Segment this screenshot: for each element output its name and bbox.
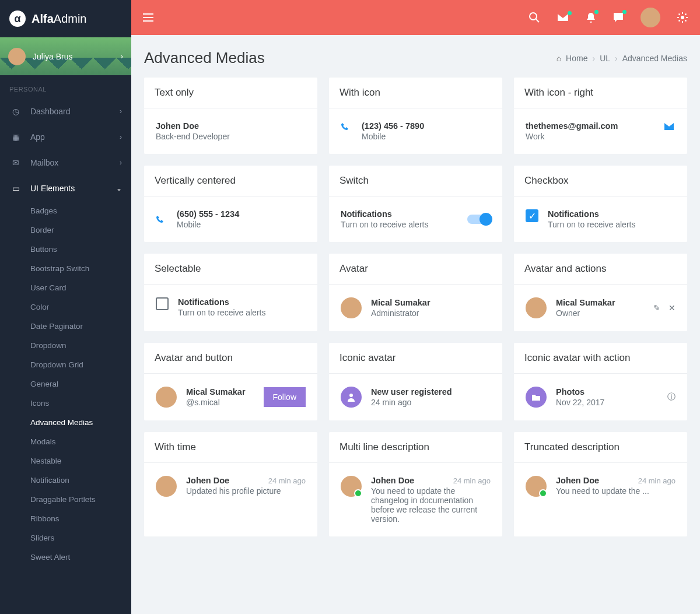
sub-ribbons[interactable]: Ribbons bbox=[0, 509, 131, 528]
time-label: 24 min ago bbox=[453, 476, 491, 485]
gear-icon[interactable] bbox=[677, 12, 688, 23]
svg-point-0 bbox=[530, 13, 537, 20]
sub-nestable[interactable]: Nestable bbox=[0, 451, 131, 471]
event-desc: You need to update the changelog in docu… bbox=[371, 486, 491, 524]
sub-draggable-portlets[interactable]: Draggable Portlets bbox=[0, 490, 131, 509]
avatar bbox=[156, 476, 177, 497]
sub-buttons[interactable]: Buttons bbox=[0, 240, 131, 259]
topbar-avatar[interactable] bbox=[640, 8, 660, 27]
checkbox[interactable]: ✓ bbox=[526, 209, 538, 222]
sub-sliders[interactable]: Sliders bbox=[0, 528, 131, 548]
card-avatar-actions: Avatar and actions Mical Sumakar Owner ✎… bbox=[514, 254, 687, 331]
sub-notification[interactable]: Notification bbox=[0, 471, 131, 490]
switch-toggle[interactable] bbox=[467, 215, 491, 224]
checkbox-desc: Turn on to receive alerts bbox=[548, 220, 676, 229]
sub-icons[interactable]: Icons bbox=[0, 394, 131, 413]
sub-border[interactable]: Border bbox=[0, 220, 131, 240]
gauge-icon: ◷ bbox=[9, 107, 22, 116]
folder-name: Photos bbox=[556, 387, 658, 397]
sub-advanced-medias[interactable]: Advanced Medias bbox=[0, 413, 131, 432]
laptop-icon: ▭ bbox=[9, 184, 22, 193]
svg-point-1 bbox=[681, 16, 684, 19]
sub-modals[interactable]: Modals bbox=[0, 432, 131, 451]
avatar bbox=[341, 297, 362, 318]
edit-icon[interactable]: ✎ bbox=[653, 303, 660, 313]
sub-color[interactable]: Color bbox=[0, 297, 131, 317]
sidebar-item-dashboard[interactable]: ◷ Dashboard › bbox=[0, 99, 131, 124]
logo[interactable]: α AlfaAdmin bbox=[0, 0, 131, 37]
user-icon bbox=[341, 387, 362, 408]
user-name: Juliya Brus bbox=[33, 52, 72, 61]
card-avatar: Avatar Mical Sumakar Administrator bbox=[329, 254, 502, 331]
card-switch: Switch Notifications Turn on to receive … bbox=[329, 166, 502, 242]
card-title: Avatar and button bbox=[144, 343, 317, 374]
sidebar-item-mailbox[interactable]: ✉ Mailbox › bbox=[0, 150, 131, 176]
logo-text: AlfaAdmin bbox=[32, 12, 87, 26]
notification-dot bbox=[568, 11, 572, 15]
topbar bbox=[131, 0, 700, 35]
folder-icon bbox=[526, 387, 547, 408]
logo-icon: α bbox=[9, 10, 26, 27]
avatar bbox=[526, 476, 547, 497]
bell-icon[interactable] bbox=[586, 12, 596, 23]
card-with-icon-right: With icon - right thethemes@gmail.com Wo… bbox=[514, 78, 687, 154]
sub-dropdown-grid[interactable]: Dropdown Grid bbox=[0, 355, 131, 374]
sub-badges[interactable]: Badges bbox=[0, 201, 131, 220]
phone-number: (650) 555 - 1234 bbox=[177, 209, 306, 219]
sub-general[interactable]: General bbox=[0, 374, 131, 394]
notification-dot bbox=[622, 10, 626, 14]
sub-user-card[interactable]: User Card bbox=[0, 278, 131, 297]
chat-icon[interactable] bbox=[612, 12, 624, 23]
follow-button[interactable]: Follow bbox=[264, 387, 306, 407]
card-title: With icon bbox=[329, 78, 502, 108]
event-desc: You need to update the ... bbox=[556, 486, 676, 496]
folder-date: Nov 22, 2017 bbox=[556, 398, 658, 407]
sidebar-item-ui-elements[interactable]: ▭ UI Elements ⌄ bbox=[0, 176, 131, 201]
event-time: 24 min ago bbox=[371, 398, 491, 407]
card-vertically-centered: Vertically centered (650) 555 - 1234 Mob… bbox=[144, 166, 317, 242]
breadcrumb-home[interactable]: Home bbox=[566, 54, 587, 63]
sidebar-item-app[interactable]: ▦ App › bbox=[0, 124, 131, 150]
card-title: Iconic avatar bbox=[329, 343, 502, 374]
event-name: New user registered bbox=[371, 387, 491, 397]
switch-desc: Turn on to receive alerts bbox=[341, 220, 458, 229]
cards-grid: Text only Johen Doe Back-end Developer W… bbox=[131, 78, 700, 549]
card-title: Checkbox bbox=[514, 166, 687, 197]
breadcrumb: ⌂ Home › UL › Advanced Medias bbox=[556, 54, 687, 63]
card-checkbox: Checkbox ✓ Notifications Turn on to rece… bbox=[514, 166, 687, 242]
mail-icon: ✉ bbox=[9, 158, 22, 167]
card-truncated: Truncated description Johen Doe 24 min a… bbox=[514, 432, 687, 536]
avatar-role: Owner bbox=[556, 308, 644, 318]
card-title: Iconic avatar with action bbox=[514, 343, 687, 374]
user-banner[interactable]: Juliya Brus › bbox=[0, 37, 131, 75]
card-title: Switch bbox=[329, 166, 502, 197]
info-icon[interactable]: ⓘ bbox=[667, 392, 676, 402]
notification-dot bbox=[594, 10, 598, 14]
avatar-name: Mical Sumakar bbox=[371, 298, 491, 307]
mail-icon bbox=[664, 122, 676, 131]
sub-dropdown[interactable]: Dropdown bbox=[0, 336, 131, 355]
card-with-icon: With icon (123) 456 - 7890 Mobile bbox=[329, 78, 502, 154]
chevron-right-icon: › bbox=[121, 52, 123, 61]
card-with-time: With time Johen Doe 24 min ago Updated h… bbox=[144, 432, 317, 536]
chevron-right-icon: › bbox=[120, 133, 122, 141]
sub-date-paginator[interactable]: Date Paginator bbox=[0, 317, 131, 336]
card-title: Truncated description bbox=[514, 432, 687, 463]
page-title: Advanced Medias bbox=[144, 49, 265, 67]
sub-sweet-alert[interactable]: Sweet Alert bbox=[0, 548, 131, 567]
switch-label: Notifications bbox=[341, 209, 458, 219]
checkbox[interactable] bbox=[156, 297, 169, 310]
avatar bbox=[526, 297, 547, 318]
mail-icon[interactable] bbox=[556, 13, 569, 22]
menu-toggle-icon[interactable] bbox=[143, 13, 153, 22]
main: Advanced Medias ⌂ Home › UL › Advanced M… bbox=[131, 0, 700, 614]
search-icon[interactable] bbox=[528, 12, 540, 23]
media-name: Johen Doe bbox=[156, 121, 306, 131]
time-label: 24 min ago bbox=[268, 476, 306, 485]
email-type: Work bbox=[526, 132, 654, 141]
close-icon[interactable]: ✕ bbox=[668, 303, 676, 313]
breadcrumb-mid[interactable]: UL bbox=[600, 54, 610, 63]
phone-type: Mobile bbox=[362, 132, 491, 141]
card-title: With time bbox=[144, 432, 317, 463]
sub-bootstrap-switch[interactable]: Bootstrap Switch bbox=[0, 259, 131, 278]
